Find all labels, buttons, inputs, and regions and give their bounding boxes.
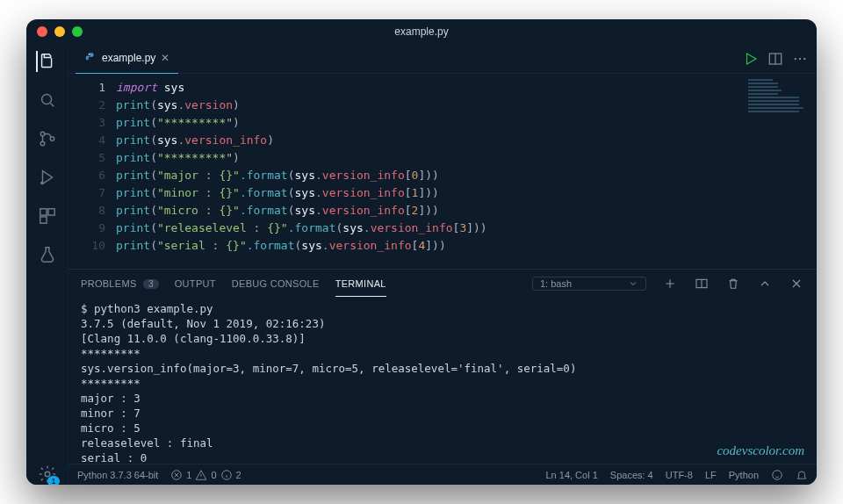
more-actions-icon[interactable] — [790, 49, 810, 68]
tab-terminal[interactable]: TERMINAL — [335, 278, 386, 297]
testing-icon[interactable] — [37, 244, 58, 265]
bottom-panel: PROBLEMS 3 OUTPUT DEBUG CONSOLE TERMINAL… — [68, 269, 817, 464]
svg-point-0 — [41, 95, 51, 104]
status-problems[interactable]: 1 0 2 — [170, 469, 241, 481]
status-encoding[interactable]: UTF-8 — [666, 470, 693, 480]
svg-rect-7 — [40, 217, 46, 223]
extensions-icon[interactable] — [37, 205, 58, 227]
status-feedback-icon[interactable] — [771, 469, 783, 481]
search-icon[interactable] — [37, 90, 58, 111]
new-terminal-icon[interactable] — [662, 276, 678, 292]
run-file-icon[interactable] — [741, 49, 760, 68]
terminal-content[interactable]: $ python3 example.py3.7.5 (default, Nov … — [68, 298, 817, 464]
settings-badge: 1 — [47, 476, 59, 485]
svg-point-17 — [773, 470, 782, 479]
minimap[interactable] — [748, 79, 810, 132]
panel-tab-bar: PROBLEMS 3 OUTPUT DEBUG CONSOLE TERMINAL… — [68, 270, 817, 298]
tab-output[interactable]: OUTPUT — [175, 278, 216, 289]
status-cursor-position[interactable]: Ln 14, Col 1 — [545, 470, 597, 480]
status-language[interactable]: Python — [729, 470, 759, 480]
window-title: example.py — [26, 25, 817, 38]
kill-terminal-icon[interactable] — [725, 276, 741, 292]
svg-rect-5 — [40, 209, 46, 215]
terminal-selector[interactable]: 1: bash — [532, 277, 646, 291]
svg-point-12 — [799, 57, 801, 59]
svg-point-8 — [45, 472, 50, 477]
svg-point-9 — [89, 54, 90, 54]
status-eol[interactable]: LF — [705, 470, 717, 480]
close-tab-icon[interactable]: ✕ — [161, 52, 169, 64]
tab-problems[interactable]: PROBLEMS 3 — [81, 278, 159, 289]
line-number-gutter: 12345678910 — [68, 74, 116, 269]
source-control-icon[interactable] — [37, 128, 58, 149]
svg-point-3 — [50, 137, 54, 141]
run-debug-icon[interactable] — [37, 167, 58, 188]
status-notifications-icon[interactable] — [796, 469, 808, 481]
titlebar: example.py — [26, 19, 817, 44]
close-panel-icon[interactable] — [789, 276, 804, 292]
svg-point-4 — [40, 183, 42, 184]
split-editor-icon[interactable] — [766, 49, 785, 68]
settings-gear-icon[interactable]: 1 — [37, 464, 58, 485]
workbench: 1 example.py ✕ — [26, 44, 817, 485]
explorer-icon[interactable] — [36, 51, 57, 72]
tab-bar: example.py ✕ — [68, 44, 817, 74]
vscode-window: example.py 1 — [26, 19, 817, 485]
svg-point-2 — [40, 141, 45, 146]
editor-group: example.py ✕ 12345678910 import sysprint… — [68, 44, 817, 485]
svg-point-1 — [40, 132, 45, 136]
status-python-version[interactable]: Python 3.7.3 64-bit — [77, 470, 158, 480]
maximize-panel-icon[interactable] — [757, 276, 773, 292]
activity-bar: 1 — [26, 44, 68, 485]
svg-point-11 — [795, 57, 796, 59]
tab-debug-console[interactable]: DEBUG CONSOLE — [232, 278, 320, 289]
python-file-icon — [84, 52, 97, 64]
tab-label: example.py — [102, 52, 155, 64]
svg-rect-6 — [47, 209, 54, 215]
watermark: codevscolor.com — [717, 443, 804, 458]
chevron-down-icon — [628, 278, 638, 289]
status-bar: Python 3.7.3 64-bit 1 0 2 Ln 14, Col 1 S… — [68, 464, 817, 485]
status-indentation[interactable]: Spaces: 4 — [610, 470, 653, 480]
split-terminal-icon[interactable] — [694, 276, 710, 292]
code-content[interactable]: import sysprint(sys.version)print("*****… — [116, 74, 817, 269]
svg-point-13 — [803, 57, 805, 59]
problems-count: 3 — [143, 279, 159, 289]
code-editor[interactable]: 12345678910 import sysprint(sys.version)… — [68, 74, 817, 269]
tab-example-py[interactable]: example.py ✕ — [76, 44, 178, 74]
